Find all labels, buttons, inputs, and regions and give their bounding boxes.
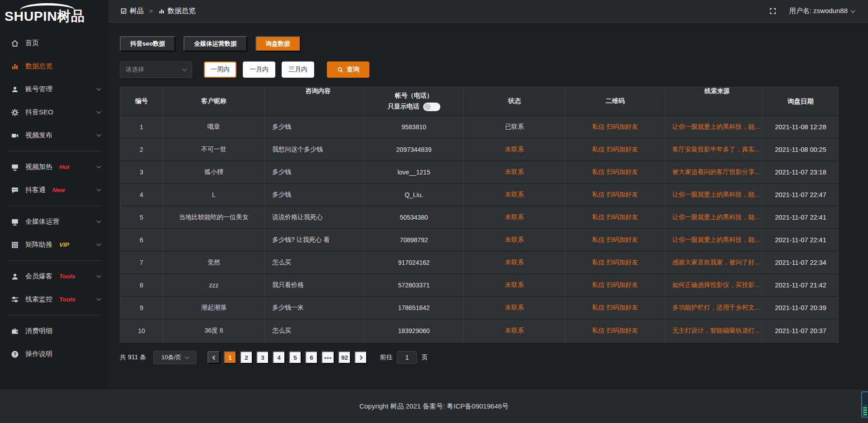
- sidebar-item-label: 账号管理: [25, 85, 52, 94]
- source-link[interactable]: 让你一眼就爱上的黑科技，能...: [665, 116, 762, 138]
- sidebar-item-matrix-boost[interactable]: 矩阵助推 VIP: [0, 233, 108, 256]
- page-button-6[interactable]: 6: [305, 351, 318, 364]
- phone-only-toggle[interactable]: [423, 103, 440, 111]
- sidebar-item-data-overview[interactable]: 数据总览: [0, 55, 108, 78]
- qrcode-link[interactable]: 私信 扫码加好友: [566, 139, 665, 160]
- column-header-id: 编号: [120, 87, 163, 115]
- copyright-text: Copyright 树品 2021 备案号: 粤ICP备09019646号: [359, 402, 509, 411]
- cell-account: 50534380: [364, 207, 464, 228]
- tab-1[interactable]: 全媒体运营数据: [184, 36, 247, 52]
- qrcode-link[interactable]: 私信 扫码加好友: [566, 161, 665, 183]
- tab-2[interactable]: 询盘数据: [255, 36, 301, 52]
- cell-id: 9: [120, 297, 163, 319]
- prev-page-button[interactable]: [208, 351, 220, 364]
- chevron-down-icon: [97, 296, 101, 301]
- qrcode-link[interactable]: 私信 扫码加好友: [566, 229, 665, 251]
- source-link[interactable]: 无主灯设计，智能磁吸轨道灯...: [665, 320, 762, 342]
- cell-date: 2021-11-07 23:18: [762, 161, 839, 183]
- qrcode-link[interactable]: 私信 扫码加好友: [566, 252, 665, 273]
- source-link[interactable]: 让你一眼就爱上的黑科技，能...: [665, 207, 762, 228]
- chevron-down-icon: [97, 109, 101, 114]
- sidebar-item-consumption-detail[interactable]: 消费明细: [0, 320, 108, 343]
- top-bar: 树品 > 数据总览 用户名: zswodun88: [108, 0, 868, 23]
- source-link[interactable]: 被大家追着问的客厅投影分享...: [665, 161, 762, 183]
- cell-status: 未联系: [464, 297, 566, 319]
- inquiry-table: 编号 客户昵称 咨询内容 帐号（电话） 只显示电话 状态 二维码 线索来源 询盘…: [120, 87, 839, 343]
- source-link[interactable]: 客厅安装投影半年多了，真实...: [665, 139, 762, 160]
- goto-page-input[interactable]: [397, 351, 417, 364]
- username-label[interactable]: 用户名: zswodun88: [789, 7, 848, 15]
- monitor-icon: [11, 163, 19, 171]
- sidebar-item-member-baoke[interactable]: 会员爆客 Tools: [0, 265, 108, 288]
- sidebar-item-douyin-seo[interactable]: 抖音SEO: [0, 101, 108, 124]
- tab-0[interactable]: 抖音seo数据: [120, 36, 175, 52]
- sidebar-item-account-management[interactable]: 账号管理: [0, 78, 108, 101]
- period-button-0[interactable]: 一周内: [204, 61, 236, 78]
- cell-nickname: zzz: [163, 274, 265, 296]
- filter-select[interactable]: 请选择: [120, 61, 192, 78]
- chevron-left-icon: [212, 355, 217, 360]
- svg-text:?: ?: [14, 351, 16, 357]
- sidebar-item-home[interactable]: 首页: [0, 32, 108, 55]
- sidebar-item-badge: Tools: [59, 273, 75, 280]
- page-button-4[interactable]: 4: [273, 351, 285, 364]
- cell-id: 2: [120, 139, 163, 160]
- cell-content: 说说价格让我死心: [265, 207, 364, 228]
- sidebar-item-clue-monitor[interactable]: 线索监控 Tools: [0, 288, 108, 311]
- page-button-92[interactable]: 92: [338, 351, 351, 364]
- source-link[interactable]: 让你一眼就爱上的黑科技，能...: [665, 184, 762, 206]
- column-header-nickname: 客户昵称: [163, 87, 265, 115]
- next-page-button[interactable]: [354, 351, 367, 364]
- sidebar-item-douketong[interactable]: 抖客通 New: [0, 179, 108, 202]
- sidebar-item-badge: Tools: [59, 296, 75, 303]
- breadcrumb-current: 数据总览: [168, 6, 196, 16]
- chevron-right-icon: [358, 355, 363, 360]
- sidebar-menu: 首页 数据总览 账号管理 抖音SEO 视频发布 视频加热 Hot 抖客通 New…: [0, 28, 108, 366]
- sidebar-item-operation-guide[interactable]: ? 操作说明: [0, 343, 108, 366]
- sidebar-item-video-heating[interactable]: 视频加热 Hot: [0, 155, 108, 179]
- page-button-5[interactable]: 5: [289, 351, 302, 364]
- sidebar-item-badge: Hot: [59, 164, 70, 170]
- source-link[interactable]: 感谢大家喜欢我家，被问了好...: [665, 252, 762, 273]
- cell-status: 未联系: [464, 161, 566, 183]
- mini-overlay-widget[interactable]: [861, 391, 868, 418]
- source-link[interactable]: 让你一眼就爱上的黑科技，能...: [665, 229, 762, 251]
- search-button[interactable]: 查询: [327, 61, 369, 78]
- sidebar-item-media-operation[interactable]: 全媒体运营: [0, 210, 108, 233]
- sidebar-item-label: 会员爆客: [25, 272, 52, 281]
- qrcode-link[interactable]: 私信 扫码加好友: [566, 207, 665, 228]
- cell-id: 8: [120, 274, 163, 296]
- source-link[interactable]: 如何正确选择投影仪，买投影...: [665, 274, 762, 296]
- cell-content: 多少钱? 让我死心 看: [265, 229, 364, 251]
- qrcode-link[interactable]: 私信 扫码加好友: [566, 184, 665, 206]
- chevron-down-icon[interactable]: [851, 8, 855, 13]
- qrcode-link[interactable]: 私信 扫码加好友: [566, 274, 665, 296]
- source-link[interactable]: 多功能护栏灯，适用于乡村文...: [665, 297, 762, 319]
- cell-status: 已联系: [464, 116, 566, 138]
- page-ellipsis-button[interactable]: •••: [321, 351, 335, 364]
- qrcode-link[interactable]: 私信 扫码加好友: [566, 297, 665, 319]
- page-button-1[interactable]: 1: [224, 351, 236, 364]
- qrcode-link[interactable]: 私信 扫码加好友: [566, 116, 665, 138]
- user2-icon: [11, 273, 19, 281]
- sidebar-item-label: 线索监控: [25, 295, 52, 304]
- page-button-3[interactable]: 3: [256, 351, 269, 364]
- chevron-down-icon: [97, 273, 101, 278]
- sidebar-item-label: 操作说明: [25, 350, 52, 358]
- period-button-2[interactable]: 三月内: [282, 61, 314, 78]
- page-button-2[interactable]: 2: [240, 351, 253, 364]
- mini-bar: [863, 407, 867, 409]
- mini-bar: [863, 414, 867, 415]
- cell-nickname: 觉然: [163, 252, 265, 273]
- cell-date: 2021-11-07 22:34: [762, 252, 839, 273]
- qrcode-link[interactable]: 私信 扫码加好友: [566, 320, 665, 342]
- period-button-1[interactable]: 一月内: [243, 61, 275, 78]
- sidebar-divider: [7, 315, 101, 315]
- page-size-select[interactable]: 10条/页: [153, 351, 197, 364]
- cell-content: 多少钱一米: [265, 297, 364, 319]
- breadcrumb-root[interactable]: 树品: [130, 6, 144, 16]
- sidebar-item-video-publish[interactable]: 视频发布: [0, 124, 108, 147]
- cell-nickname: 狐小狸: [163, 161, 265, 183]
- wallet-icon: [11, 327, 19, 335]
- fullscreen-icon[interactable]: [769, 7, 777, 15]
